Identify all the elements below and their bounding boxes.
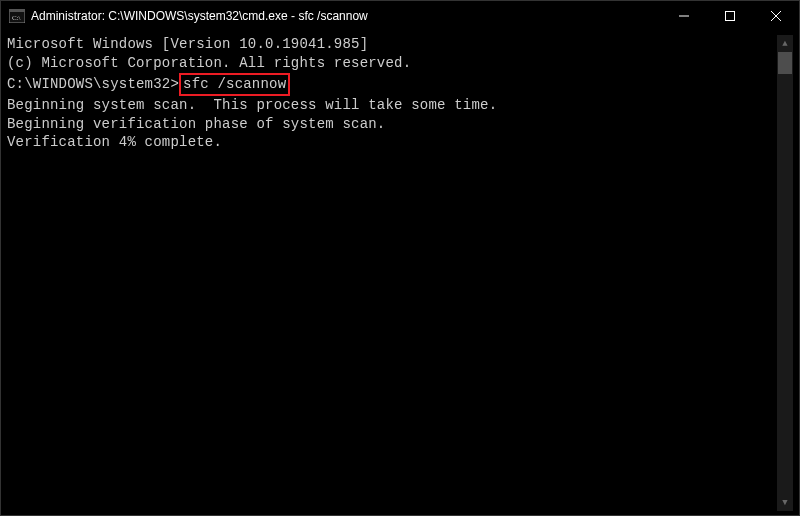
- verify-phase-line: Beginning verification phase of system s…: [7, 115, 777, 134]
- maximize-button[interactable]: [707, 1, 753, 31]
- command-highlight: sfc /scannow: [179, 73, 290, 96]
- scroll-down-arrow-icon[interactable]: ▼: [777, 494, 793, 511]
- close-button[interactable]: [753, 1, 799, 31]
- minimize-button[interactable]: [661, 1, 707, 31]
- version-line: Microsoft Windows [Version 10.0.19041.98…: [7, 35, 777, 54]
- titlebar-controls: [661, 1, 799, 31]
- prompt-line: C:\WINDOWS\system32>sfc /scannow: [7, 73, 777, 96]
- terminal-body: Microsoft Windows [Version 10.0.19041.98…: [1, 31, 799, 515]
- copyright-line: (c) Microsoft Corporation. All rights re…: [7, 54, 777, 73]
- scan-line: Beginning system scan. This process will…: [7, 96, 777, 115]
- titlebar[interactable]: C:\ Administrator: C:\WINDOWS\system32\c…: [1, 1, 799, 31]
- cmd-icon: C:\: [9, 9, 25, 23]
- scroll-up-arrow-icon[interactable]: ▲: [777, 35, 793, 52]
- verify-progress-line: Verification 4% complete.: [7, 133, 777, 152]
- window-title: Administrator: C:\WINDOWS\system32\cmd.e…: [31, 9, 368, 23]
- svg-rect-1: [9, 9, 25, 12]
- svg-rect-4: [726, 12, 735, 21]
- prompt-prefix: C:\WINDOWS\system32>: [7, 76, 179, 92]
- terminal-content[interactable]: Microsoft Windows [Version 10.0.19041.98…: [7, 35, 777, 511]
- svg-text:C:\: C:\: [12, 14, 21, 22]
- titlebar-left: C:\ Administrator: C:\WINDOWS\system32\c…: [9, 9, 368, 23]
- vertical-scrollbar[interactable]: ▲ ▼: [777, 35, 793, 511]
- command-prompt-window: C:\ Administrator: C:\WINDOWS\system32\c…: [0, 0, 800, 516]
- scrollbar-thumb[interactable]: [778, 52, 792, 74]
- command-text: sfc /scannow: [183, 76, 286, 92]
